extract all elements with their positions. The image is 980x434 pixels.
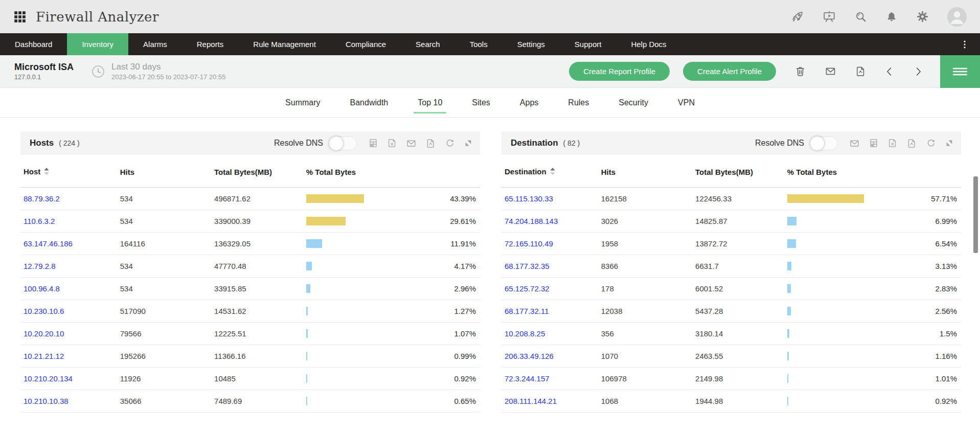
hits-value: 534 [117,278,211,300]
tab-sites[interactable]: Sites [471,88,491,117]
device-menu-button[interactable] [940,55,980,88]
nav-item-reports[interactable]: Reports [182,33,239,55]
host-link[interactable]: 65.115.130.33 [505,194,553,203]
refresh-icon[interactable] [926,138,936,148]
host-link[interactable]: 10.208.8.25 [505,329,545,338]
nav-item-dashboard[interactable]: Dashboard [0,33,67,55]
resolve-dns-toggle[interactable] [810,136,838,150]
presentation-icon[interactable] [823,10,836,24]
expand-icon[interactable] [945,139,954,148]
host-link[interactable]: 110.6.3.2 [24,217,55,225]
bell-icon[interactable] [885,11,898,23]
hits-value: 164116 [117,233,211,255]
apps-grid-icon[interactable] [13,10,27,24]
delete-icon[interactable] [794,65,806,77]
destination-panel: Destination ( 82 ) Resolve DNS Destinati… [502,131,961,413]
host-link[interactable]: 68.177.32.11 [505,307,549,315]
pdf-export-icon[interactable] [425,138,436,149]
create-report-profile-button[interactable]: Create Report Profile [569,62,670,81]
host-link[interactable]: 10.230.10.6 [24,307,64,315]
refresh-icon[interactable] [445,138,455,148]
kebab-menu-icon[interactable] [949,33,980,55]
tab-bandwidth[interactable]: Bandwidth [349,88,390,117]
percent-value: 0.92% [935,397,958,405]
gear-icon[interactable] [916,10,929,23]
nav-item-settings[interactable]: Settings [503,33,560,55]
tab-security[interactable]: Security [618,88,649,117]
time-period[interactable]: Last 30 days 2023-06-17 20:55 to 2023-07… [91,62,225,81]
hosts-table: Host Hits Total Bytes(MB) % Total Bytes … [20,155,480,413]
host-link[interactable]: 72.165.110.49 [505,239,553,248]
host-link[interactable]: 63.147.46.186 [24,239,73,248]
nav-item-help-docs[interactable]: Help Docs [616,33,681,55]
rocket-icon[interactable] [791,10,804,23]
host-link[interactable]: 100.96.4.8 [24,284,60,293]
column-header-hits[interactable]: Hits [117,155,211,188]
nav-item-rule-management[interactable]: Rule Management [238,33,331,55]
create-alert-profile-button[interactable]: Create Alert Profile [683,62,776,81]
excel-export-icon[interactable] [887,138,898,148]
total-bytes-value: 5437.28 [692,300,784,323]
nav-item-compliance[interactable]: Compliance [331,33,401,55]
top-header: Firewall Analyzer [0,0,980,33]
tab-top-10[interactable]: Top 10 [417,88,443,117]
host-link[interactable]: 208.111.144.21 [505,397,557,405]
host-link[interactable]: 12.79.2.8 [24,262,56,270]
pdf-export-icon[interactable] [855,65,867,77]
host-link[interactable]: 10.210.10.38 [24,397,69,405]
table-row: 72.3.244.157 106978 2149.98 1.01% [502,368,961,390]
host-link[interactable]: 206.33.49.126 [505,352,554,360]
sort-icon [550,168,555,177]
email-icon[interactable] [825,65,836,77]
nav-item-inventory[interactable]: Inventory [67,33,128,55]
host-link[interactable]: 74.204.188.143 [505,217,558,225]
column-header-pct-total-bytes[interactable]: % Total Bytes [303,155,480,188]
column-header-hits[interactable]: Hits [598,155,692,188]
tab-summary[interactable]: Summary [284,88,321,117]
email-icon[interactable] [406,138,417,149]
host-link[interactable]: 10.21.21.12 [24,352,64,360]
host-link[interactable]: 68.177.32.35 [505,262,550,270]
column-header-destination[interactable]: Destination [502,155,598,188]
percent-value: 6.99% [935,217,958,225]
nav-item-alarms[interactable]: Alarms [128,33,182,55]
host-link[interactable]: 65.125.72.32 [505,284,550,293]
column-header-total-bytes[interactable]: Total Bytes(MB) [211,155,303,188]
tab-vpn[interactable]: VPN [677,88,696,117]
nav-item-support[interactable]: Support [560,33,617,55]
total-bytes-value: 12225.51 [211,323,303,345]
tab-rules[interactable]: Rules [567,88,590,117]
column-header-pct-total-bytes[interactable]: % Total Bytes [784,155,961,188]
vertical-scrollbar[interactable] [973,176,978,253]
panel-count: ( 224 ) [59,139,79,147]
report-table-icon[interactable] [368,138,378,148]
user-avatar[interactable] [947,7,967,27]
report-table-icon[interactable] [869,138,879,148]
host-link[interactable]: 10.210.20.134 [24,374,73,383]
nav-item-search[interactable]: Search [401,33,455,55]
host-link[interactable]: 72.3.244.157 [505,374,550,383]
total-bytes-value: 10485 [211,368,303,390]
hits-value: 195266 [117,345,211,368]
next-device-button[interactable] [913,66,924,77]
search-icon[interactable] [854,10,867,23]
previous-device-button[interactable] [884,66,895,77]
host-link[interactable]: 10.20.20.10 [24,329,64,338]
host-link[interactable]: 88.79.36.2 [24,194,60,203]
hits-value: 1070 [598,345,692,368]
pdf-export-icon[interactable] [906,138,917,149]
excel-export-icon[interactable] [387,138,397,148]
percent-value: 1.16% [935,352,958,360]
hits-value: 178 [598,278,692,300]
percent-bar [787,284,791,293]
total-bytes-value: 122456.33 [692,188,784,210]
topbar-actions [791,7,967,27]
column-header-host[interactable]: Host [20,155,117,188]
nav-item-tools[interactable]: Tools [455,33,503,55]
email-icon[interactable] [849,138,860,149]
tab-apps[interactable]: Apps [519,88,539,117]
total-bytes-value: 496871.62 [211,188,303,210]
resolve-dns-toggle[interactable] [329,136,357,150]
expand-icon[interactable] [464,139,473,148]
column-header-total-bytes[interactable]: Total Bytes(MB) [692,155,784,188]
